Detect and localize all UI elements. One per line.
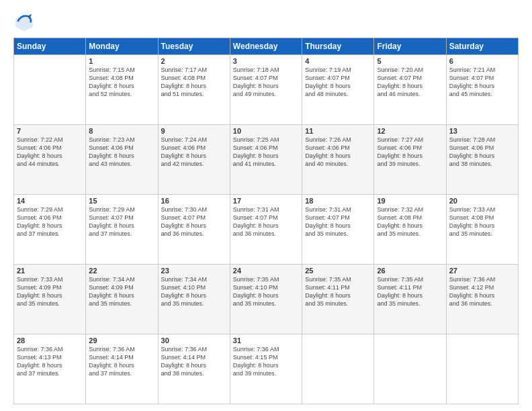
cell-info: Sunrise: 7:36 AM Sunset: 4:14 PM Dayligh… xyxy=(89,345,154,378)
header-day-monday: Monday xyxy=(86,38,158,55)
day-number: 22 xyxy=(89,267,154,275)
day-number: 19 xyxy=(377,197,443,205)
cell-info: Sunrise: 7:27 AM Sunset: 4:06 PM Dayligh… xyxy=(377,136,443,169)
cell-info: Sunrise: 7:22 AM Sunset: 4:06 PM Dayligh… xyxy=(17,136,83,169)
calendar-body: 1Sunrise: 7:15 AM Sunset: 4:08 PM Daylig… xyxy=(14,55,519,404)
calendar-cell: 2Sunrise: 7:17 AM Sunset: 4:08 PM Daylig… xyxy=(158,55,230,125)
header-day-saturday: Saturday xyxy=(446,38,518,55)
calendar-cell: 8Sunrise: 7:23 AM Sunset: 4:06 PM Daylig… xyxy=(86,125,158,195)
day-number: 10 xyxy=(233,127,299,135)
cell-info: Sunrise: 7:17 AM Sunset: 4:08 PM Dayligh… xyxy=(161,66,227,99)
cell-info: Sunrise: 7:35 AM Sunset: 4:11 PM Dayligh… xyxy=(305,275,371,308)
week-row-1: 1Sunrise: 7:15 AM Sunset: 4:08 PM Daylig… xyxy=(14,55,519,125)
calendar-cell: 10Sunrise: 7:25 AM Sunset: 4:06 PM Dayli… xyxy=(230,125,302,195)
calendar-cell: 29Sunrise: 7:36 AM Sunset: 4:14 PM Dayli… xyxy=(86,334,158,404)
calendar-cell: 26Sunrise: 7:35 AM Sunset: 4:11 PM Dayli… xyxy=(374,265,446,334)
cell-info: Sunrise: 7:21 AM Sunset: 4:07 PM Dayligh… xyxy=(449,66,515,99)
cell-info: Sunrise: 7:25 AM Sunset: 4:06 PM Dayligh… xyxy=(233,136,299,169)
day-number: 2 xyxy=(161,57,227,65)
calendar-cell: 7Sunrise: 7:22 AM Sunset: 4:06 PM Daylig… xyxy=(14,125,86,195)
calendar-cell: 23Sunrise: 7:34 AM Sunset: 4:10 PM Dayli… xyxy=(158,265,230,334)
day-number: 12 xyxy=(377,127,443,135)
calendar-table: SundayMondayTuesdayWednesdayThursdayFrid… xyxy=(13,38,519,404)
calendar-cell: 12Sunrise: 7:27 AM Sunset: 4:06 PM Dayli… xyxy=(374,125,446,195)
day-number: 8 xyxy=(89,127,154,135)
calendar-cell: 31Sunrise: 7:36 AM Sunset: 4:15 PM Dayli… xyxy=(230,334,302,404)
day-number: 26 xyxy=(377,267,443,275)
calendar-cell: 21Sunrise: 7:33 AM Sunset: 4:09 PM Dayli… xyxy=(14,265,86,334)
calendar-cell xyxy=(14,55,86,125)
calendar-cell: 28Sunrise: 7:36 AM Sunset: 4:13 PM Dayli… xyxy=(14,334,86,404)
cell-info: Sunrise: 7:29 AM Sunset: 4:07 PM Dayligh… xyxy=(89,205,154,238)
day-number: 5 xyxy=(377,57,443,65)
week-row-3: 14Sunrise: 7:29 AM Sunset: 4:06 PM Dayli… xyxy=(14,195,519,265)
day-number: 9 xyxy=(161,127,227,135)
cell-info: Sunrise: 7:23 AM Sunset: 4:06 PM Dayligh… xyxy=(89,136,154,169)
calendar-cell: 4Sunrise: 7:19 AM Sunset: 4:07 PM Daylig… xyxy=(302,55,374,125)
day-number: 11 xyxy=(305,127,371,135)
day-number: 14 xyxy=(17,197,83,205)
day-number: 29 xyxy=(89,336,154,345)
page: SundayMondayTuesdayWednesdayThursdayFrid… xyxy=(0,0,532,411)
logo xyxy=(13,11,39,32)
calendar-cell: 22Sunrise: 7:34 AM Sunset: 4:09 PM Dayli… xyxy=(86,265,158,334)
calendar-cell xyxy=(446,334,518,404)
calendar-cell: 15Sunrise: 7:29 AM Sunset: 4:07 PM Dayli… xyxy=(86,195,158,265)
header-row: SundayMondayTuesdayWednesdayThursdayFrid… xyxy=(14,38,519,55)
header-day-thursday: Thursday xyxy=(302,38,374,55)
cell-info: Sunrise: 7:31 AM Sunset: 4:07 PM Dayligh… xyxy=(305,205,371,238)
calendar-cell: 6Sunrise: 7:21 AM Sunset: 4:07 PM Daylig… xyxy=(446,55,518,125)
cell-info: Sunrise: 7:19 AM Sunset: 4:07 PM Dayligh… xyxy=(305,66,371,99)
week-row-2: 7Sunrise: 7:22 AM Sunset: 4:06 PM Daylig… xyxy=(14,125,519,195)
cell-info: Sunrise: 7:35 AM Sunset: 4:10 PM Dayligh… xyxy=(233,275,299,308)
calendar-header: SundayMondayTuesdayWednesdayThursdayFrid… xyxy=(14,38,519,55)
cell-info: Sunrise: 7:32 AM Sunset: 4:08 PM Dayligh… xyxy=(377,205,443,238)
calendar-cell xyxy=(374,334,446,404)
cell-info: Sunrise: 7:24 AM Sunset: 4:06 PM Dayligh… xyxy=(161,136,227,169)
day-number: 30 xyxy=(161,336,227,345)
day-number: 13 xyxy=(449,127,515,135)
header-day-wednesday: Wednesday xyxy=(230,38,302,55)
day-number: 16 xyxy=(161,197,227,205)
day-number: 21 xyxy=(17,267,83,275)
header xyxy=(13,11,519,32)
day-number: 4 xyxy=(305,57,371,65)
day-number: 6 xyxy=(449,57,515,65)
logo-icon xyxy=(13,11,35,32)
day-number: 7 xyxy=(17,127,83,135)
cell-info: Sunrise: 7:15 AM Sunset: 4:08 PM Dayligh… xyxy=(89,66,154,99)
calendar-cell: 17Sunrise: 7:31 AM Sunset: 4:07 PM Dayli… xyxy=(230,195,302,265)
header-day-tuesday: Tuesday xyxy=(158,38,230,55)
cell-info: Sunrise: 7:33 AM Sunset: 4:08 PM Dayligh… xyxy=(449,205,515,238)
cell-info: Sunrise: 7:35 AM Sunset: 4:11 PM Dayligh… xyxy=(377,275,443,308)
day-number: 28 xyxy=(17,336,83,345)
calendar-cell: 1Sunrise: 7:15 AM Sunset: 4:08 PM Daylig… xyxy=(86,55,158,125)
header-day-friday: Friday xyxy=(374,38,446,55)
day-number: 23 xyxy=(161,267,227,275)
calendar-cell: 9Sunrise: 7:24 AM Sunset: 4:06 PM Daylig… xyxy=(158,125,230,195)
calendar-cell: 30Sunrise: 7:36 AM Sunset: 4:14 PM Dayli… xyxy=(158,334,230,404)
calendar-cell: 5Sunrise: 7:20 AM Sunset: 4:07 PM Daylig… xyxy=(374,55,446,125)
day-number: 17 xyxy=(233,197,299,205)
cell-info: Sunrise: 7:26 AM Sunset: 4:06 PM Dayligh… xyxy=(305,136,371,169)
cell-info: Sunrise: 7:33 AM Sunset: 4:09 PM Dayligh… xyxy=(17,275,83,308)
calendar-cell: 18Sunrise: 7:31 AM Sunset: 4:07 PM Dayli… xyxy=(302,195,374,265)
day-number: 3 xyxy=(233,57,299,65)
calendar-cell: 24Sunrise: 7:35 AM Sunset: 4:10 PM Dayli… xyxy=(230,265,302,334)
cell-info: Sunrise: 7:36 AM Sunset: 4:15 PM Dayligh… xyxy=(233,345,299,378)
cell-info: Sunrise: 7:36 AM Sunset: 4:14 PM Dayligh… xyxy=(161,345,227,378)
calendar-cell: 14Sunrise: 7:29 AM Sunset: 4:06 PM Dayli… xyxy=(14,195,86,265)
calendar-cell xyxy=(302,334,374,404)
week-row-5: 28Sunrise: 7:36 AM Sunset: 4:13 PM Dayli… xyxy=(14,334,519,404)
calendar-cell: 11Sunrise: 7:26 AM Sunset: 4:06 PM Dayli… xyxy=(302,125,374,195)
cell-info: Sunrise: 7:29 AM Sunset: 4:06 PM Dayligh… xyxy=(17,205,83,238)
day-number: 25 xyxy=(305,267,371,275)
cell-info: Sunrise: 7:34 AM Sunset: 4:10 PM Dayligh… xyxy=(161,275,227,308)
calendar-cell: 20Sunrise: 7:33 AM Sunset: 4:08 PM Dayli… xyxy=(446,195,518,265)
calendar-cell: 19Sunrise: 7:32 AM Sunset: 4:08 PM Dayli… xyxy=(374,195,446,265)
cell-info: Sunrise: 7:28 AM Sunset: 4:06 PM Dayligh… xyxy=(449,136,515,169)
day-number: 1 xyxy=(89,57,154,65)
cell-info: Sunrise: 7:30 AM Sunset: 4:07 PM Dayligh… xyxy=(161,205,227,238)
calendar-cell: 13Sunrise: 7:28 AM Sunset: 4:06 PM Dayli… xyxy=(446,125,518,195)
cell-info: Sunrise: 7:18 AM Sunset: 4:07 PM Dayligh… xyxy=(233,66,299,99)
